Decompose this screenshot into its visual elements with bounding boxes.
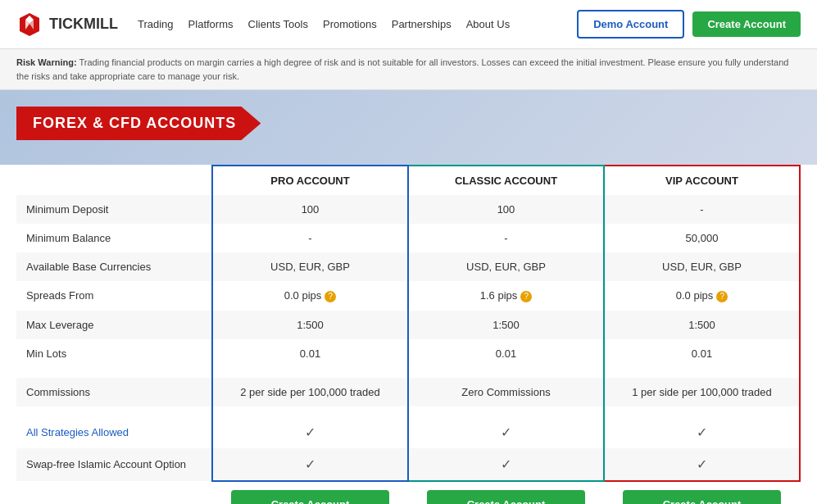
table-row: Available Base Currencies USD, EUR, GBP … <box>16 252 800 281</box>
checkmark-classic: ✓ <box>501 425 511 439</box>
pro-cell: 2 per side per 100,000 traded <box>212 378 408 406</box>
vip-cell: 50,000 <box>604 224 800 252</box>
classic-create-button[interactable]: Create Account <box>427 490 586 504</box>
checkmark-vip: ✓ <box>697 425 707 439</box>
table-row: Max Leverage 1:500 1:500 1:500 <box>16 311 800 339</box>
classic-cell: - <box>408 224 604 252</box>
table-row: All Strategies Allowed ✓ ✓ ✓ <box>16 416 800 448</box>
pro-account-header: PRO ACCOUNT <box>212 166 408 195</box>
pro-cell: ✓ <box>212 416 408 448</box>
row-label: Min Lots <box>16 339 212 368</box>
classic-cell: 0.01 <box>408 339 604 368</box>
nav-partnerships[interactable]: Partnerships <box>392 18 452 30</box>
risk-warning-prefix: Risk Warning: <box>16 57 77 67</box>
nav-about[interactable]: About Us <box>466 18 510 30</box>
row-label: Minimum Balance <box>16 224 212 252</box>
vip-create-button[interactable]: Create Account <box>623 490 782 504</box>
pro-cell: 0.01 <box>212 339 408 368</box>
checkmark-pro: ✓ <box>305 457 315 471</box>
row-label: Minimum Deposit <box>16 195 212 224</box>
table-row: Spreads From 0.0 pips? 1.6 pips? 0.0 pip… <box>16 281 800 311</box>
vip-cell: 0.01 <box>604 339 800 368</box>
table-row: Minimum Deposit 100 100 - <box>16 195 800 224</box>
tooltip-icon[interactable]: ? <box>716 291 728 302</box>
checkmark-pro: ✓ <box>305 425 315 439</box>
classic-cell: 1:500 <box>408 311 604 339</box>
pro-cell: 1:500 <box>212 311 408 339</box>
classic-cell: USD, EUR, GBP <box>408 252 604 281</box>
row-label: Swap-free Islamic Account Option <box>16 448 212 481</box>
vip-cell: 1:500 <box>604 311 800 339</box>
navbar: TICKMILL Trading Platforms Clients Tools… <box>0 0 817 49</box>
risk-warning-bar: Risk Warning: Trading financial products… <box>0 49 817 90</box>
checkmark-classic: ✓ <box>501 457 511 471</box>
classic-cell: Zero Commissions <box>408 378 604 406</box>
vip-cell: 0.0 pips? <box>604 281 800 311</box>
vip-cell: 1 per side per 100,000 traded <box>604 378 800 406</box>
pro-cell: 0.0 pips? <box>212 281 408 311</box>
table-row: Commissions 2 per side per 100,000 trade… <box>16 378 800 406</box>
pro-cell: 100 <box>212 195 408 224</box>
tooltip-icon[interactable]: ? <box>520 291 532 302</box>
nav-platforms[interactable]: Platforms <box>188 18 234 30</box>
comparison-section: PRO ACCOUNT CLASSIC ACCOUNT VIP ACCOUNT … <box>0 165 817 504</box>
logo: TICKMILL <box>16 11 118 38</box>
pro-create-button[interactable]: Create Account <box>231 490 390 504</box>
nav-links: Trading Platforms Clients Tools Promotio… <box>138 18 510 30</box>
cta-row: Create Account Create Account Create Acc… <box>16 481 800 504</box>
classic-cell: 1.6 pips? <box>408 281 604 311</box>
label-col-header <box>16 166 212 195</box>
classic-cell: ✓ <box>408 448 604 481</box>
vip-cell: ✓ <box>604 416 800 448</box>
table-row: Swap-free Islamic Account Option ✓ ✓ ✓ <box>16 448 800 481</box>
row-label: Max Leverage <box>16 311 212 339</box>
row-label: All Strategies Allowed <box>16 416 212 448</box>
table-header-row: PRO ACCOUNT CLASSIC ACCOUNT VIP ACCOUNT <box>16 166 800 195</box>
table-row: Minimum Balance - - 50,000 <box>16 224 800 252</box>
nav-clients-tools[interactable]: Clients Tools <box>248 18 308 30</box>
row-label: Commissions <box>16 378 212 406</box>
vip-account-header: VIP ACCOUNT <box>604 166 800 195</box>
vip-cell: USD, EUR, GBP <box>604 252 800 281</box>
nav-promotions[interactable]: Promotions <box>323 18 377 30</box>
navbar-right: Demo Account Create Account <box>577 10 801 39</box>
vip-cell: - <box>604 195 800 224</box>
section-title-banner: FOREX & CFD ACCOUNTS <box>16 107 261 140</box>
logo-icon <box>16 11 43 38</box>
tooltip-icon[interactable]: ? <box>325 291 336 302</box>
vip-cell: ✓ <box>604 448 800 481</box>
classic-account-header: CLASSIC ACCOUNT <box>408 166 604 195</box>
classic-cell: ✓ <box>408 416 604 448</box>
row-label: Spreads From <box>16 281 212 311</box>
row-label: Available Base Currencies <box>16 252 212 281</box>
comparison-table: PRO ACCOUNT CLASSIC ACCOUNT VIP ACCOUNT … <box>16 165 801 504</box>
navbar-left: TICKMILL Trading Platforms Clients Tools… <box>16 11 510 38</box>
brand-name: TICKMILL <box>49 16 118 33</box>
risk-warning-text: Trading financial products on margin car… <box>16 57 788 81</box>
create-account-button[interactable]: Create Account <box>692 11 801 37</box>
pro-cell: USD, EUR, GBP <box>212 252 408 281</box>
demo-account-button[interactable]: Demo Account <box>577 10 684 39</box>
pro-cell: ✓ <box>212 448 408 481</box>
pro-cell: - <box>212 224 408 252</box>
section-title-area: FOREX & CFD ACCOUNTS <box>0 90 817 165</box>
classic-cell: 100 <box>408 195 604 224</box>
nav-trading[interactable]: Trading <box>138 18 174 30</box>
checkmark-vip: ✓ <box>697 457 707 471</box>
table-row: Min Lots 0.01 0.01 0.01 <box>16 339 800 368</box>
